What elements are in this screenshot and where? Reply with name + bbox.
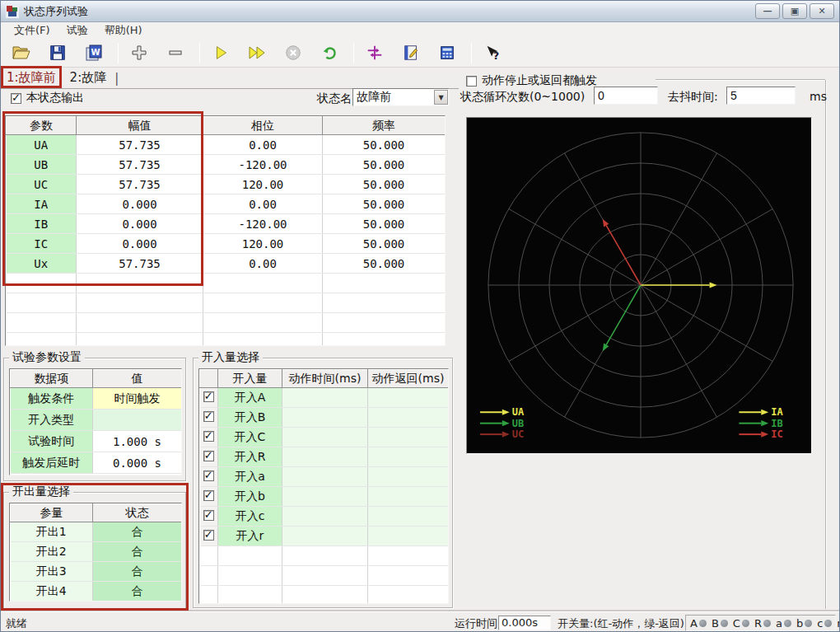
table-row: IB0.000-120.0050.000: [7, 214, 446, 234]
column-header: 动作时间(ms): [282, 370, 368, 388]
phase-cell[interactable]: 120.00: [203, 234, 323, 254]
output-state-cell[interactable]: 合: [93, 582, 182, 602]
waveform-button[interactable]: [362, 41, 387, 64]
output-state-cell[interactable]: 合: [93, 522, 182, 542]
phase-cell[interactable]: 0.00: [203, 135, 323, 155]
param-name-cell: Ux: [7, 254, 77, 274]
phase-cell[interactable]: 0.00: [203, 194, 323, 214]
action-return-cell[interactable]: [368, 447, 449, 467]
input-channel-checkbox[interactable]: [203, 391, 214, 402]
amplitude-cell[interactable]: 0.000: [77, 214, 203, 234]
action-time-cell[interactable]: [282, 467, 368, 487]
open-button[interactable]: [9, 41, 34, 64]
action-time-cell[interactable]: [282, 527, 368, 546]
open-folder-icon: [12, 43, 31, 63]
param-value-cell[interactable]: 时间触发: [93, 388, 182, 410]
state-output-checkbox[interactable]: [11, 93, 21, 104]
context-help-button[interactable]: ?: [480, 41, 505, 64]
amplitude-cell[interactable]: 0.000: [77, 234, 203, 254]
export-word-button[interactable]: W: [82, 41, 106, 64]
input-channel-checkbox[interactable]: [203, 530, 214, 541]
undo-button[interactable]: [317, 41, 342, 64]
frequency-cell[interactable]: 50.000: [323, 135, 446, 155]
switch-indicator: a: [776, 617, 791, 630]
output-state-cell[interactable]: 合: [93, 562, 182, 582]
empty-cell: [218, 546, 282, 566]
input-channel-checkbox[interactable]: [203, 451, 214, 461]
action-time-cell[interactable]: [282, 388, 368, 408]
debounce-input[interactable]: [726, 87, 796, 105]
param-value-cell[interactable]: 0.000 s: [93, 452, 182, 474]
action-time-cell[interactable]: [282, 487, 368, 507]
action-return-cell[interactable]: [368, 388, 449, 408]
empty-cell: [323, 274, 446, 293]
save-button[interactable]: [45, 41, 70, 64]
chevron-down-icon[interactable]: ▼: [434, 90, 448, 105]
menu-file[interactable]: 文件(F): [6, 21, 58, 40]
action-return-cell[interactable]: [368, 487, 449, 507]
amplitude-cell[interactable]: 57.735: [77, 175, 203, 194]
tab-state-2[interactable]: 2:故障: [63, 68, 114, 87]
phase-cell[interactable]: -120.00: [203, 155, 323, 175]
action-time-cell[interactable]: [282, 447, 368, 467]
empty-cell: [218, 586, 282, 605]
amplitude-cell[interactable]: 57.735: [77, 135, 203, 155]
input-channel-checkbox[interactable]: [203, 490, 214, 501]
frequency-cell[interactable]: 50.000: [323, 155, 446, 175]
action-return-cell[interactable]: [368, 527, 449, 546]
input-channel-checkbox[interactable]: [203, 411, 214, 422]
empty-cell: [282, 586, 368, 605]
cycle-count-input[interactable]: [594, 87, 658, 105]
run-button[interactable]: [208, 41, 233, 64]
indicator-label: a: [776, 617, 782, 630]
empty-cell: [282, 546, 368, 566]
action-return-cell[interactable]: [368, 428, 449, 447]
param-value-cell[interactable]: [93, 410, 182, 431]
run-all-button[interactable]: [245, 41, 269, 64]
indicator-label: B: [712, 617, 719, 630]
indicator-dot: [763, 620, 771, 627]
remove-state-button[interactable]: [163, 41, 188, 64]
waveform-icon: [366, 44, 384, 62]
tab-divider: |: [114, 71, 119, 86]
calculator-button[interactable]: [435, 41, 460, 64]
table-row: 开出2合: [11, 542, 182, 562]
checkbox-cell: [200, 388, 218, 408]
report-button[interactable]: [399, 41, 423, 64]
table-row: [200, 566, 449, 586]
minimize-button[interactable]: —: [755, 3, 780, 19]
stop-button[interactable]: [281, 41, 306, 64]
phase-cell[interactable]: -120.00: [203, 214, 323, 234]
maximize-button[interactable]: ▣: [782, 3, 807, 19]
amplitude-cell[interactable]: 57.735: [77, 155, 203, 175]
frequency-cell[interactable]: 50.000: [323, 234, 446, 254]
menu-help[interactable]: 帮助(H): [96, 21, 151, 40]
close-button[interactable]: ✕: [810, 3, 834, 19]
menu-test[interactable]: 试验: [58, 21, 96, 40]
action-time-cell[interactable]: [282, 408, 368, 428]
frequency-cell[interactable]: 50.000: [323, 214, 446, 234]
input-channel-checkbox[interactable]: [203, 431, 214, 442]
frequency-cell[interactable]: 50.000: [323, 175, 446, 194]
action-time-cell[interactable]: [282, 428, 368, 447]
phase-cell[interactable]: 0.00: [203, 254, 323, 274]
param-value-cell[interactable]: 1.000 s: [93, 431, 182, 452]
input-channel-checkbox[interactable]: [203, 470, 214, 481]
frequency-cell[interactable]: 50.000: [323, 254, 446, 274]
action-return-cell[interactable]: [368, 467, 449, 487]
action-return-cell[interactable]: [368, 507, 449, 527]
add-state-button[interactable]: [127, 41, 152, 64]
amplitude-cell[interactable]: 0.000: [77, 194, 203, 214]
trigger-stop-checkbox[interactable]: [466, 76, 477, 87]
amplitude-cell[interactable]: 57.735: [77, 254, 203, 274]
output-state-cell[interactable]: 合: [93, 542, 182, 562]
tab-state-1[interactable]: 1:故障前: [5, 68, 63, 87]
action-return-cell[interactable]: [368, 408, 449, 428]
input-channel-checkbox[interactable]: [203, 510, 214, 521]
action-time-cell[interactable]: [282, 507, 368, 527]
frequency-cell[interactable]: 50.000: [323, 194, 446, 214]
column-header: 幅值: [77, 117, 203, 135]
column-header: 状态: [93, 504, 182, 522]
phase-cell[interactable]: 120.00: [203, 175, 323, 194]
state-name-combo[interactable]: 故障前 ▼: [352, 88, 450, 106]
